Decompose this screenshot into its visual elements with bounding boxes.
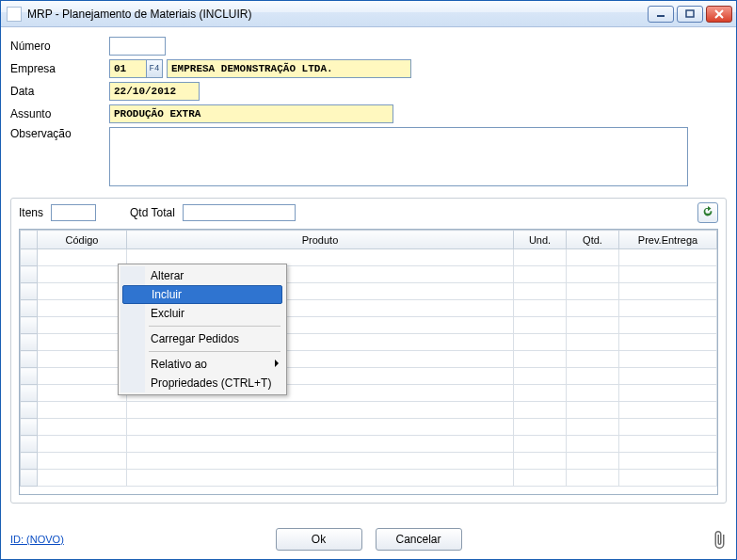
refresh-icon bbox=[701, 205, 714, 221]
rowheader-col[interactable] bbox=[21, 231, 38, 249]
table-row[interactable] bbox=[21, 470, 717, 487]
items-toolbar: Itens Qtd Total bbox=[11, 199, 726, 227]
qtdtotal-label: Qtd Total bbox=[130, 206, 175, 219]
title-bar[interactable]: MRP - Planejamento de Materiais (INCLUIR… bbox=[1, 1, 736, 27]
col-prev[interactable]: Prev.Entrega bbox=[619, 231, 717, 249]
col-produto[interactable]: Produto bbox=[127, 231, 514, 249]
submenu-arrow-icon bbox=[275, 360, 279, 367]
window-controls bbox=[648, 6, 732, 23]
table-row[interactable] bbox=[21, 419, 717, 436]
footer: ID: (NOVO) Ok Cancelar bbox=[10, 525, 727, 553]
observacao-field[interactable] bbox=[109, 127, 688, 186]
form-area: Número Empresa 01 F4 EMPRESA DEMONSTRAÇÃ… bbox=[10, 37, 727, 186]
maximize-button[interactable] bbox=[677, 6, 703, 23]
col-und[interactable]: Und. bbox=[514, 231, 567, 249]
menu-item-alterar[interactable]: Alterar bbox=[120, 266, 284, 285]
assunto-field[interactable]: PRODUÇÃO EXTRA bbox=[109, 104, 393, 123]
items-action-button[interactable] bbox=[697, 202, 718, 223]
menu-item-excluir[interactable]: Excluir bbox=[120, 304, 284, 323]
record-id-link[interactable]: ID: (NOVO) bbox=[10, 534, 64, 545]
data-label: Data bbox=[10, 85, 109, 98]
menu-item-label: Relativo ao bbox=[151, 358, 207, 371]
numero-field[interactable] bbox=[109, 37, 166, 56]
client-area: Número Empresa 01 F4 EMPRESA DEMONSTRAÇÃ… bbox=[1, 27, 736, 559]
itens-label: Itens bbox=[19, 206, 43, 219]
menu-item-incluir[interactable]: Incluir bbox=[122, 285, 282, 304]
minimize-button[interactable] bbox=[648, 6, 674, 23]
itens-count-field[interactable] bbox=[51, 204, 96, 221]
observacao-label: Observação bbox=[10, 127, 109, 140]
svg-rect-1 bbox=[686, 10, 694, 17]
col-codigo[interactable]: Código bbox=[38, 231, 127, 249]
grid-context-menu[interactable]: Alterar Incluir Excluir Carregar Pedidos… bbox=[118, 264, 287, 395]
table-row[interactable] bbox=[21, 402, 717, 419]
data-field[interactable]: 22/10/2012 bbox=[109, 82, 200, 101]
menu-separator bbox=[149, 351, 280, 352]
assunto-label: Assunto bbox=[10, 107, 109, 120]
window-title: MRP - Planejamento de Materiais (INCLUIR… bbox=[27, 8, 648, 21]
cancel-button[interactable]: Cancelar bbox=[376, 528, 462, 551]
attachment-icon[interactable] bbox=[710, 528, 727, 551]
empresa-lookup-button[interactable]: F4 bbox=[146, 59, 163, 78]
qtdtotal-field[interactable] bbox=[183, 204, 296, 221]
col-qtd[interactable]: Qtd. bbox=[567, 231, 619, 249]
empresa-name-field: EMPRESA DEMONSTRAÇÃO LTDA. bbox=[167, 59, 411, 78]
app-icon bbox=[7, 7, 22, 22]
menu-item-propriedades[interactable]: Propriedades (CTRL+T) bbox=[120, 374, 284, 392]
numero-label: Número bbox=[10, 40, 109, 53]
table-row[interactable] bbox=[21, 453, 717, 470]
close-button[interactable] bbox=[706, 6, 732, 23]
menu-item-carregar-pedidos[interactable]: Carregar Pedidos bbox=[120, 329, 284, 348]
empresa-code-field[interactable]: 01 bbox=[109, 59, 147, 78]
empresa-label: Empresa bbox=[10, 62, 109, 75]
table-row[interactable] bbox=[21, 436, 717, 453]
window-frame: MRP - Planejamento de Materiais (INCLUIR… bbox=[0, 0, 737, 560]
ok-button[interactable]: Ok bbox=[276, 528, 362, 551]
menu-separator bbox=[149, 326, 280, 327]
menu-item-relativo-ao[interactable]: Relativo ao bbox=[120, 355, 284, 374]
